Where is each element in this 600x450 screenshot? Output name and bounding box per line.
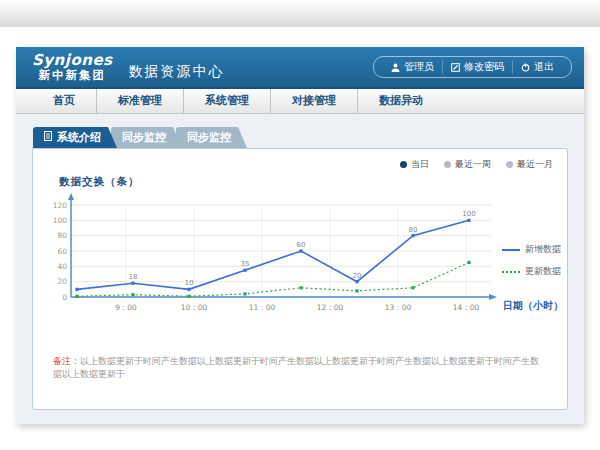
main-nav: 首页标准管理系统管理对接管理数据异动 bbox=[16, 89, 584, 114]
nav-item[interactable]: 对接管理 bbox=[271, 89, 358, 113]
svg-text:10: 10 bbox=[185, 279, 194, 287]
legend-label: 更新数据 bbox=[525, 265, 561, 278]
power-icon bbox=[521, 63, 530, 72]
user-icon bbox=[391, 63, 400, 72]
nav-item[interactable]: 首页 bbox=[32, 89, 97, 113]
header-action-group: 管理员修改密码退出 bbox=[373, 56, 572, 78]
chart-panel: 当日最近一周最近一月 数据交换（条） 0204060801001209 : 00… bbox=[32, 148, 568, 410]
tab[interactable]: 同步监控 bbox=[111, 127, 182, 148]
legend-item: 新增数据 bbox=[502, 243, 561, 256]
footnote: 备注：以上数据更新于时间产生数据以上数据更新于时间产生数据以上数据更新于时间产生… bbox=[33, 355, 567, 380]
header-action-label: 管理员 bbox=[404, 60, 434, 74]
footnote-text: 以上数据更新于时间产生数据以上数据更新于时间产生数据以上数据更新于时间产生数据以… bbox=[53, 356, 539, 379]
header-action-user[interactable]: 管理员 bbox=[383, 60, 442, 74]
tab-label: 同步监控 bbox=[187, 127, 231, 148]
radio-icon bbox=[444, 161, 451, 168]
tab-label: 同步监控 bbox=[122, 127, 166, 148]
line-chart: 0204060801001209 : 0010 : 0011 : 0012 : … bbox=[41, 191, 511, 341]
range-option[interactable]: 最近一月 bbox=[506, 158, 553, 171]
chart-legend: 新增数据更新数据 bbox=[502, 243, 561, 278]
svg-text:9 : 00: 9 : 00 bbox=[115, 303, 137, 312]
radio-icon bbox=[400, 161, 407, 168]
tab-active[interactable]: 系统介绍 bbox=[33, 127, 117, 148]
footnote-label: 备注： bbox=[53, 356, 80, 366]
nav-item[interactable]: 系统管理 bbox=[184, 89, 271, 113]
svg-text:35: 35 bbox=[241, 260, 250, 268]
legend-item: 更新数据 bbox=[502, 265, 561, 278]
header-action-label: 退出 bbox=[534, 60, 554, 74]
logo-wordmark: Synjones bbox=[32, 53, 113, 69]
svg-text:80: 80 bbox=[57, 231, 67, 240]
svg-text:11 : 00: 11 : 00 bbox=[249, 303, 276, 312]
legend-line-swatch bbox=[502, 249, 520, 251]
svg-text:80: 80 bbox=[409, 226, 418, 234]
svg-text:20: 20 bbox=[353, 272, 362, 280]
top-gradient-strip bbox=[0, 0, 600, 27]
tab[interactable]: 同步监控 bbox=[176, 127, 247, 148]
radio-icon bbox=[506, 161, 513, 168]
svg-text:18: 18 bbox=[129, 273, 138, 281]
svg-text:12 : 00: 12 : 00 bbox=[317, 303, 344, 312]
header-action-power[interactable]: 退出 bbox=[512, 60, 562, 74]
svg-text:100: 100 bbox=[462, 210, 475, 218]
svg-text:10 : 00: 10 : 00 bbox=[181, 303, 208, 312]
header-action-label: 修改密码 bbox=[464, 60, 504, 74]
svg-text:60: 60 bbox=[57, 247, 67, 256]
svg-text:20: 20 bbox=[57, 277, 67, 286]
nav-item[interactable]: 标准管理 bbox=[97, 89, 184, 113]
svg-text:14 : 00: 14 : 00 bbox=[453, 303, 480, 312]
app-window: Synjones 新中新集团 数据资源中心 管理员修改密码退出 首页标准管理系统… bbox=[16, 47, 584, 424]
brand-logo: Synjones 新中新集团 bbox=[32, 53, 113, 81]
range-option[interactable]: 当日 bbox=[400, 158, 429, 171]
header-action-edit[interactable]: 修改密码 bbox=[442, 60, 512, 74]
app-header: Synjones 新中新集团 数据资源中心 管理员修改密码退出 bbox=[16, 47, 584, 89]
tab-strip: 系统介绍同步监控同步监控 bbox=[33, 127, 568, 148]
time-range-selector: 当日最近一周最近一月 bbox=[33, 149, 567, 171]
range-option-label: 最近一周 bbox=[455, 158, 491, 171]
range-option[interactable]: 最近一周 bbox=[444, 158, 491, 171]
y-axis-title: 数据交换（条） bbox=[59, 175, 567, 189]
edit-icon bbox=[451, 63, 460, 72]
legend-label: 新增数据 bbox=[525, 243, 561, 256]
range-option-label: 最近一月 bbox=[517, 158, 553, 171]
content-area: 系统介绍同步监控同步监控 当日最近一周最近一月 数据交换（条） 02040608… bbox=[16, 114, 584, 424]
svg-text:60: 60 bbox=[297, 241, 306, 249]
page-title: 数据资源中心 bbox=[129, 63, 225, 81]
page: Synjones 新中新集团 数据资源中心 管理员修改密码退出 首页标准管理系统… bbox=[0, 0, 600, 450]
legend-line-swatch bbox=[502, 271, 520, 273]
svg-text:13 : 00: 13 : 00 bbox=[385, 303, 412, 312]
document-icon bbox=[44, 127, 52, 148]
x-axis-title: 日期（小时） bbox=[503, 299, 563, 313]
range-option-label: 当日 bbox=[411, 158, 429, 171]
svg-text:120: 120 bbox=[53, 201, 68, 210]
nav-item[interactable]: 数据异动 bbox=[358, 89, 444, 113]
svg-text:100: 100 bbox=[53, 216, 68, 225]
svg-text:40: 40 bbox=[57, 262, 67, 271]
tab-label: 系统介绍 bbox=[57, 127, 101, 148]
logo-company-name: 新中新集团 bbox=[32, 69, 113, 81]
chart-container: 0204060801001209 : 0010 : 0011 : 0012 : … bbox=[33, 191, 567, 341]
svg-text:0: 0 bbox=[62, 293, 67, 302]
